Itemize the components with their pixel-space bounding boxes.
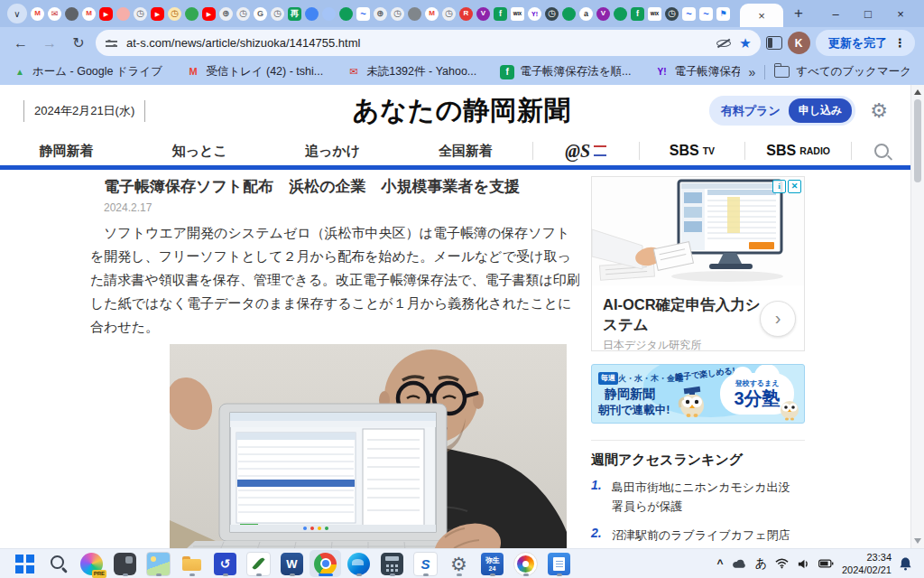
photos-app-icon[interactable]: [143, 550, 174, 577]
bookmarks-overflow-button[interactable]: »: [749, 65, 756, 79]
update-chrome-button[interactable]: 更新を完了 ⋮: [816, 30, 915, 56]
start-button[interactable]: [9, 550, 41, 577]
s-app-icon[interactable]: S: [410, 550, 441, 577]
pinned-tab-favicon[interactable]: M: [425, 7, 439, 21]
notification-bell-icon[interactable]: [900, 556, 911, 571]
calculator-icon[interactable]: [376, 550, 408, 577]
reload-button[interactable]: ↻: [67, 32, 90, 55]
signup-button[interactable]: 申し込み: [789, 98, 853, 123]
pinned-tab-favicon[interactable]: [185, 7, 199, 21]
all-bookmarks-button[interactable]: すべてのブックマーク: [774, 64, 911, 79]
pinned-tab-favicon[interactable]: ⚑: [716, 7, 730, 21]
pinned-tab-favicon[interactable]: ⊕: [219, 7, 233, 21]
site-search-button[interactable]: [851, 142, 911, 160]
speaker-icon[interactable]: [797, 557, 810, 571]
onedrive-cloud-icon[interactable]: [732, 559, 747, 569]
wifi-icon[interactable]: [775, 558, 789, 569]
tab-search-button[interactable]: ∨: [7, 4, 27, 23]
pinned-tab-favicon[interactable]: ◷: [271, 7, 284, 21]
settings-icon[interactable]: ⚙: [443, 550, 475, 577]
pinned-tab-favicon[interactable]: 再: [288, 7, 301, 21]
pinned-tab-favicon[interactable]: [116, 7, 130, 21]
site-settings-icon[interactable]: [105, 36, 119, 51]
pinned-tab-favicon[interactable]: ⊕: [374, 7, 387, 21]
pinned-tab-favicon[interactable]: ~: [682, 7, 696, 21]
window-close-button[interactable]: ×: [884, 1, 917, 26]
pinned-tab-favicon[interactable]: ~: [356, 7, 370, 21]
yayoi-app-icon[interactable]: 弥生 24: [476, 550, 508, 577]
pinned-tab-favicon[interactable]: V: [476, 7, 490, 21]
reading-mode-icon[interactable]: [716, 36, 732, 51]
minimize-button[interactable]: –: [819, 1, 852, 26]
pinned-tab-favicon[interactable]: ◷: [391, 7, 404, 21]
ranking-item[interactable]: 1. 島田市街地にニホンカモシカ出没 署員らが保護: [591, 478, 805, 516]
pinned-tab-favicon[interactable]: ◷: [545, 7, 559, 21]
ad-next-button[interactable]: ›: [760, 301, 796, 337]
pinned-tab-favicon[interactable]: ◷: [168, 7, 181, 21]
new-tab-button[interactable]: +: [787, 2, 810, 25]
word-icon[interactable]: W: [276, 550, 308, 577]
ad-close-icon[interactable]: ✕: [788, 180, 801, 193]
bookmark-item[interactable]: Y! 電子帳簿保存法を順...: [655, 64, 740, 79]
edge-icon[interactable]: [343, 550, 374, 577]
pinned-tab-favicon[interactable]: V: [596, 7, 610, 21]
quill-app-icon[interactable]: [243, 550, 274, 577]
pinned-tab-favicon[interactable]: [305, 7, 319, 21]
sbs-radio-link[interactable]: SBS RADIO: [744, 142, 851, 160]
pinned-tab-favicon[interactable]: [614, 7, 627, 21]
pinned-tab-favicon[interactable]: ◷: [236, 7, 250, 21]
bookmark-item[interactable]: f 電子帳簿保存法を順...: [500, 64, 631, 79]
pinned-tab-favicon[interactable]: ◷: [442, 7, 456, 21]
ad-card[interactable]: i ✕: [591, 176, 805, 351]
banner-ad[interactable]: 毎週 火・水・木・金曜 静岡新聞 朝刊で連載中! 親子で楽しめる!: [591, 364, 805, 424]
paid-plan-pill[interactable]: 有料プラン 申し込み: [709, 96, 855, 126]
hidden-icons-chevron[interactable]: ^: [717, 557, 724, 570]
battery-icon[interactable]: [818, 559, 834, 568]
nav-link[interactable]: 追っかけ: [266, 143, 399, 160]
maximize-button[interactable]: □: [852, 1, 884, 26]
search-button[interactable]: [42, 550, 74, 577]
schedule-app-icon[interactable]: ↺: [209, 550, 241, 577]
nav-link[interactable]: 全国新着: [399, 143, 531, 160]
pinned-tab-favicon[interactable]: Y!: [528, 7, 541, 21]
nav-link[interactable]: 知っとこ: [133, 143, 265, 160]
copilot-icon[interactable]: PRE: [76, 550, 107, 577]
bookmark-star-icon[interactable]: ★: [739, 36, 751, 50]
pinned-tab-favicon[interactable]: WIX: [648, 7, 661, 21]
tray-clock[interactable]: 23:34 2024/02/21: [842, 551, 892, 577]
nav-link[interactable]: 静岡新着: [0, 143, 133, 160]
pinned-tab-favicon[interactable]: G: [254, 7, 267, 21]
ranking-item[interactable]: 2. 沼津駅前のラブライブカフェ閉店 相次ぐ〝聖地〟閉鎖に惜しむ声: [591, 526, 805, 548]
bookmark-item[interactable]: ▲ ホーム - Google ドライブ: [13, 64, 162, 79]
ats-logo[interactable]: @S: [532, 142, 639, 160]
pinned-tab-favicon[interactable]: ▶: [99, 7, 113, 21]
forward-button[interactable]: →: [38, 32, 61, 55]
sbs-tv-link[interactable]: SBS TV: [639, 142, 745, 160]
tab-close-icon[interactable]: ×: [758, 10, 765, 22]
pinned-tab-favicon[interactable]: f: [494, 7, 507, 21]
file-explorer-icon[interactable]: [176, 550, 208, 577]
pinned-tab-favicon[interactable]: WIX: [511, 7, 524, 21]
scroll-up-arrow-icon[interactable]: [914, 89, 921, 95]
gear-icon[interactable]: ⚙: [870, 101, 888, 121]
pinned-tab-favicon[interactable]: ▶: [202, 7, 216, 21]
address-bar[interactable]: at-s.com/news/article/shizuoka/1414755.h…: [96, 30, 761, 56]
pinned-tab-favicon[interactable]: ◷: [665, 7, 679, 21]
pinned-tab-favicon[interactable]: f: [631, 7, 644, 21]
dark-app-icon[interactable]: [109, 550, 141, 577]
pinned-tab-favicon[interactable]: ▶: [151, 7, 164, 21]
ad-info-icon[interactable]: i: [772, 180, 786, 193]
paint-app-icon[interactable]: [510, 550, 541, 577]
chrome-icon[interactable]: [310, 550, 341, 577]
url-text[interactable]: at-s.com/news/article/shizuoka/1414755.h…: [126, 36, 708, 50]
pinned-tab-favicon[interactable]: ◷: [134, 7, 147, 21]
pinned-tab-favicon[interactable]: [562, 7, 576, 21]
pinned-tab-favicon[interactable]: ✉: [48, 7, 61, 21]
scrollbar-thumb[interactable]: [914, 99, 921, 182]
profile-avatar[interactable]: K: [788, 32, 810, 54]
back-button[interactable]: ←: [9, 32, 32, 55]
pinned-tab-favicon[interactable]: a: [579, 7, 593, 21]
bluedoc-app-icon[interactable]: [543, 550, 575, 577]
ime-indicator[interactable]: あ: [755, 555, 767, 572]
pinned-tab-favicon[interactable]: [322, 7, 336, 21]
